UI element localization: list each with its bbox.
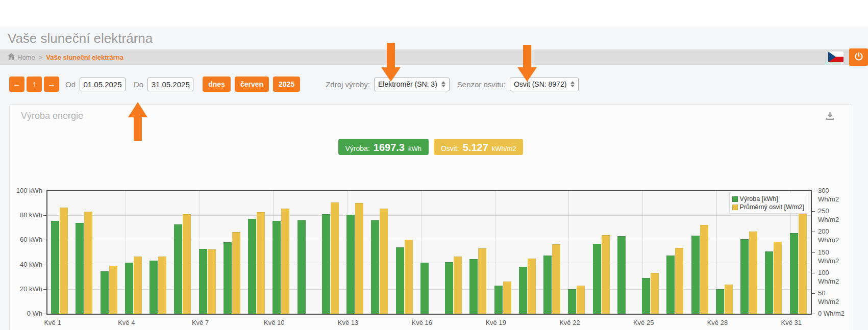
bar-vyroba[interactable]: [76, 223, 84, 314]
bar-group-Kvě 15[interactable]: [396, 240, 413, 314]
bar-group-Kvě 9[interactable]: [248, 212, 265, 314]
bar-vyroba[interactable]: [322, 214, 330, 314]
bar-vyroba[interactable]: [272, 221, 281, 314]
year-button[interactable]: 2025: [273, 77, 300, 92]
bar-vyroba[interactable]: [445, 262, 453, 314]
bar-osvit[interactable]: [725, 285, 733, 314]
bar-group-Kvě 19[interactable]: [494, 282, 511, 314]
bar-group-Kvě 18[interactable]: [469, 248, 486, 314]
breadcrumb-home-link[interactable]: Home: [8, 53, 35, 61]
bar-vyroba[interactable]: [617, 236, 626, 314]
logout-power-button[interactable]: [849, 48, 868, 66]
bar-vyroba[interactable]: [371, 220, 379, 314]
bar-osvit[interactable]: [208, 249, 216, 314]
bar-osvit[interactable]: [602, 235, 610, 314]
bar-osvit[interactable]: [651, 273, 659, 314]
bar-group-Kvě 31[interactable]: [790, 213, 807, 314]
bar-vyroba[interactable]: [666, 256, 675, 314]
to-date-input[interactable]: [147, 78, 193, 91]
legend-item-vyroba[interactable]: Výroba [kWh]: [732, 195, 804, 203]
bar-vyroba[interactable]: [642, 278, 650, 314]
period-up-button[interactable]: ↑: [27, 77, 42, 92]
bar-group-Kvě 30[interactable]: [765, 242, 782, 314]
bar-group-Kvě 13[interactable]: [346, 203, 363, 314]
bar-osvit[interactable]: [454, 257, 462, 314]
legend-item-osvit[interactable]: Průměrný osvit [W/m2]: [732, 203, 804, 211]
bar-group-Kvě 28[interactable]: [716, 285, 733, 314]
bar-osvit[interactable]: [405, 240, 413, 314]
bar-osvit[interactable]: [331, 202, 339, 314]
today-button[interactable]: dnes: [203, 77, 231, 92]
bar-osvit[interactable]: [552, 244, 560, 314]
language-flag-czech[interactable]: [828, 52, 844, 62]
bar-vyroba[interactable]: [125, 263, 133, 314]
bar-vyroba[interactable]: [150, 261, 158, 314]
bar-vyroba[interactable]: [101, 271, 109, 314]
bar-vyroba[interactable]: [396, 247, 404, 314]
bar-group-Kvě 20[interactable]: [519, 259, 536, 314]
bar-vyroba[interactable]: [519, 267, 527, 314]
next-period-button[interactable]: →: [44, 77, 59, 92]
bar-vyroba[interactable]: [740, 239, 749, 314]
bar-group-Kvě 16[interactable]: [420, 263, 429, 314]
bar-osvit[interactable]: [134, 257, 142, 314]
bar-group-Kvě 17[interactable]: [445, 257, 462, 314]
bar-group-Kvě 24[interactable]: [617, 236, 626, 314]
bar-vyroba[interactable]: [790, 233, 798, 314]
bar-osvit[interactable]: [355, 203, 363, 314]
prev-period-button[interactable]: ←: [9, 77, 24, 92]
bar-vyroba[interactable]: [199, 249, 207, 314]
bar-osvit[interactable]: [158, 257, 166, 314]
bar-vyroba[interactable]: [248, 219, 256, 314]
bar-group-Kvě 14[interactable]: [371, 209, 388, 314]
bar-osvit[interactable]: [675, 248, 683, 314]
bar-osvit[interactable]: [380, 209, 388, 314]
bar-osvit[interactable]: [774, 242, 782, 314]
bar-vyroba[interactable]: [469, 259, 478, 314]
bar-osvit[interactable]: [799, 213, 807, 314]
download-chart-button[interactable]: [825, 111, 835, 122]
bar-group-Kvě 2[interactable]: [76, 212, 92, 314]
bar-vyroba[interactable]: [494, 286, 503, 314]
bar-osvit[interactable]: [257, 212, 265, 314]
from-date-input[interactable]: [80, 78, 126, 91]
bar-group-Kvě 23[interactable]: [593, 235, 610, 314]
bar-group-Kvě 10[interactable]: [272, 209, 289, 314]
bar-group-Kvě 8[interactable]: [224, 232, 240, 314]
bar-osvit[interactable]: [478, 248, 486, 314]
bar-vyroba[interactable]: [346, 215, 355, 314]
bar-osvit[interactable]: [109, 266, 117, 314]
bar-vyroba[interactable]: [297, 220, 306, 314]
bar-osvit[interactable]: [232, 232, 240, 314]
bar-osvit[interactable]: [577, 286, 585, 314]
bar-group-Kvě 1[interactable]: [51, 208, 68, 314]
bar-group-Kvě 4[interactable]: [125, 257, 142, 314]
bar-osvit[interactable]: [749, 232, 757, 314]
bar-group-Kvě 6[interactable]: [174, 214, 191, 314]
bar-group-Kvě 5[interactable]: [150, 257, 166, 314]
bar-group-Kvě 22[interactable]: [568, 286, 585, 314]
bar-vyroba[interactable]: [765, 251, 773, 314]
bar-osvit[interactable]: [60, 208, 68, 314]
bar-osvit[interactable]: [281, 209, 289, 314]
bar-osvit[interactable]: [503, 282, 511, 314]
bar-vyroba[interactable]: [691, 236, 700, 314]
bar-vyroba[interactable]: [420, 263, 429, 314]
bar-group-Kvě 3[interactable]: [101, 266, 117, 314]
bar-group-Kvě 12[interactable]: [322, 202, 339, 314]
bar-group-Kvě 26[interactable]: [666, 248, 683, 314]
bar-group-Kvě 29[interactable]: [740, 232, 757, 314]
bar-vyroba[interactable]: [568, 289, 576, 314]
bar-osvit[interactable]: [528, 259, 536, 314]
bar-group-Kvě 21[interactable]: [543, 244, 560, 314]
bar-vyroba[interactable]: [543, 256, 552, 314]
bar-vyroba[interactable]: [224, 242, 232, 314]
bar-group-Kvě 7[interactable]: [199, 249, 216, 314]
bar-vyroba[interactable]: [716, 289, 724, 314]
bar-vyroba[interactable]: [593, 244, 601, 314]
bar-osvit[interactable]: [700, 225, 708, 314]
bar-group-Kvě 11[interactable]: [297, 220, 306, 314]
bar-vyroba[interactable]: [51, 221, 59, 314]
month-button[interactable]: červen: [235, 77, 269, 92]
bar-osvit[interactable]: [84, 212, 92, 314]
